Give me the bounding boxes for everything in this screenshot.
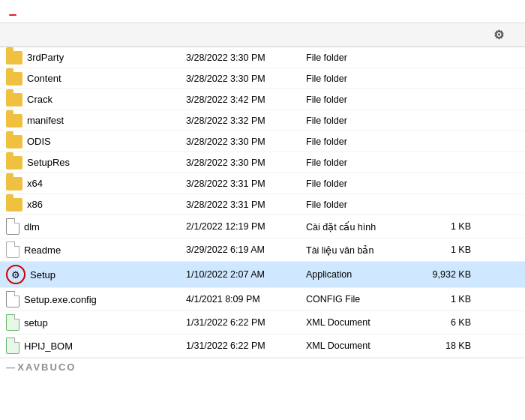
extra-cell bbox=[480, 225, 510, 228]
table-row[interactable]: SetupRes 3/28/2022 3:30 PMFile folder bbox=[0, 152, 525, 173]
file-name: SetupRes bbox=[27, 157, 70, 168]
name-cell: ⚙ Setup bbox=[0, 263, 180, 286]
folder-icon bbox=[6, 93, 22, 106]
name-cell: HPIJ_BOM bbox=[0, 336, 180, 356]
col-settings[interactable]: ⚙ bbox=[480, 26, 510, 44]
size-cell: 1 KB bbox=[420, 220, 480, 233]
xml-file-icon bbox=[6, 338, 20, 354]
name-cell: x86 bbox=[0, 196, 180, 213]
extra-cell bbox=[480, 140, 510, 143]
file-name: 3rdParty bbox=[27, 52, 64, 63]
file-name: HPIJ_BOM bbox=[24, 340, 73, 352]
table-body: 3rdParty 3/28/2022 3:30 PMFile folder Co… bbox=[0, 47, 525, 392]
file-name: Setup bbox=[30, 269, 56, 280]
file-name: setup bbox=[24, 317, 48, 328]
type-cell: File folder bbox=[300, 156, 420, 170]
cfg-file-icon bbox=[6, 291, 20, 308]
table-row[interactable]: ODIS 3/28/2022 3:30 PMFile folder bbox=[0, 131, 525, 152]
table-row[interactable]: 3rdParty 3/28/2022 3:30 PMFile folder bbox=[0, 47, 525, 68]
extra-cell bbox=[480, 119, 510, 122]
name-cell: Setup.exe.config bbox=[0, 290, 180, 309]
type-cell: Application bbox=[300, 268, 420, 281]
size-cell: 18 KB bbox=[420, 339, 480, 352]
date-cell: 1/10/2022 2:07 AM bbox=[180, 268, 300, 281]
date-cell: 1/31/2022 6:22 PM bbox=[180, 339, 300, 352]
date-cell: 3/28/2022 3:31 PM bbox=[180, 177, 300, 190]
folder-icon bbox=[6, 114, 22, 128]
type-cell: CONFIG File bbox=[300, 292, 420, 306]
type-cell: Tài liệu văn bản bbox=[300, 243, 420, 257]
name-cell: setup bbox=[0, 313, 180, 332]
size-cell bbox=[420, 140, 480, 143]
col-date[interactable] bbox=[180, 26, 300, 44]
file-icon bbox=[6, 242, 20, 258]
name-cell: Readme bbox=[0, 240, 180, 260]
size-cell: 1 KB bbox=[420, 243, 480, 256]
table-row[interactable]: Readme 3/29/2022 6:19 AMTài liệu văn bản… bbox=[0, 238, 525, 262]
file-name: manifest bbox=[27, 115, 64, 126]
luu-badge bbox=[9, 14, 16, 16]
date-cell: 3/29/2022 6:19 AM bbox=[180, 243, 300, 256]
name-cell: ODIS bbox=[0, 134, 180, 150]
size-cell bbox=[420, 161, 480, 164]
extra-cell bbox=[480, 321, 510, 324]
folder-icon bbox=[6, 72, 22, 86]
type-cell: File folder bbox=[300, 135, 420, 148]
file-name: Setup.exe.config bbox=[24, 294, 97, 305]
table-row[interactable]: x86 3/28/2022 3:31 PMFile folder bbox=[0, 194, 525, 215]
date-cell: 1/31/2022 6:22 PM bbox=[180, 316, 300, 329]
folder-icon bbox=[6, 135, 22, 148]
name-cell: manifest bbox=[0, 112, 180, 129]
name-cell: Content bbox=[0, 70, 180, 87]
extra-cell bbox=[480, 161, 510, 164]
table-row[interactable]: dlm 2/1/2022 12:19 PMCài đặt cấu hình1 K… bbox=[0, 215, 525, 238]
date-cell: 3/28/2022 3:31 PM bbox=[180, 198, 300, 212]
name-cell: Crack bbox=[0, 92, 180, 108]
exe-icon: ⚙ bbox=[11, 269, 20, 280]
table-row[interactable]: setup 1/31/2022 6:22 PMXML Document6 KB bbox=[0, 311, 525, 334]
folder-icon bbox=[6, 198, 22, 212]
type-cell: File folder bbox=[300, 72, 420, 86]
bottom-text: XAVBUCO bbox=[17, 362, 76, 373]
file-name: Readme bbox=[24, 244, 61, 256]
size-cell bbox=[420, 182, 480, 185]
name-cell: x64 bbox=[0, 176, 180, 192]
table-row[interactable]: ⚙ Setup 1/10/2022 2:07 AMApplication9,93… bbox=[0, 262, 525, 288]
table-row[interactable]: manifest 3/28/2022 3:32 PMFile folder bbox=[0, 110, 525, 131]
table-row[interactable]: Content 3/28/2022 3:30 PMFile folder bbox=[0, 68, 525, 89]
table-header: ⚙ bbox=[0, 23, 525, 47]
table-row[interactable]: Setup.exe.config 4/1/2021 8:09 PMCONFIG … bbox=[0, 288, 525, 311]
table-row[interactable]: HPIJ_BOM 1/31/2022 6:22 PMXML Document18… bbox=[0, 334, 525, 358]
date-cell: 3/28/2022 3:30 PM bbox=[180, 51, 300, 64]
cfg-file-icon bbox=[6, 218, 20, 235]
date-cell: 3/28/2022 3:30 PM bbox=[180, 72, 300, 86]
type-cell: File folder bbox=[300, 198, 420, 212]
extra-cell bbox=[480, 98, 510, 101]
extra-cell bbox=[480, 298, 510, 301]
col-type[interactable] bbox=[300, 26, 420, 44]
folder-icon bbox=[6, 156, 22, 170]
col-name[interactable] bbox=[0, 26, 180, 44]
extra-cell bbox=[480, 203, 510, 206]
setup-circle: ⚙ bbox=[6, 265, 26, 284]
folder-icon bbox=[6, 51, 22, 64]
date-cell: 3/28/2022 3:32 PM bbox=[180, 114, 300, 128]
file-name: ODIS bbox=[27, 136, 51, 147]
table-row[interactable]: Crack 3/28/2022 3:42 PMFile folder bbox=[0, 89, 525, 110]
type-cell: File folder bbox=[300, 177, 420, 190]
file-name: dlm bbox=[24, 221, 40, 232]
type-cell: Cài đặt cấu hình bbox=[300, 220, 420, 234]
type-cell: File folder bbox=[300, 114, 420, 128]
extra-cell bbox=[480, 182, 510, 185]
table-row[interactable]: x64 3/28/2022 3:31 PMFile folder bbox=[0, 173, 525, 194]
col-size[interactable] bbox=[420, 26, 480, 44]
date-cell: 3/28/2022 3:42 PM bbox=[180, 93, 300, 106]
extra-cell bbox=[480, 248, 510, 251]
type-cell: XML Document bbox=[300, 316, 420, 329]
size-cell: 6 KB bbox=[420, 316, 480, 329]
extra-cell bbox=[480, 56, 510, 59]
settings-icon[interactable]: ⚙ bbox=[494, 28, 504, 42]
name-cell: SetupRes bbox=[0, 154, 180, 171]
name-cell: dlm bbox=[0, 217, 180, 236]
extra-cell bbox=[480, 273, 510, 276]
